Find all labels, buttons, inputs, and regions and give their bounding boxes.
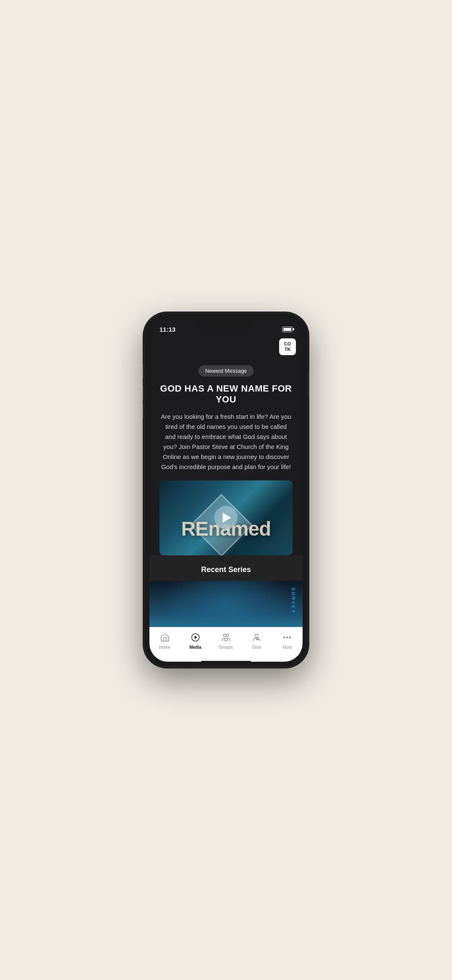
svg-marker-1: [195, 636, 197, 639]
series-thumbnail[interactable]: SURVEY STORMS: [149, 581, 303, 627]
groups-icon: [220, 632, 232, 643]
nav-label-groups: Groups: [219, 645, 233, 650]
nav-item-home[interactable]: Home: [149, 632, 180, 650]
nav-label-more: More: [282, 645, 292, 650]
app-header: COTK: [149, 337, 303, 358]
svg-point-2: [223, 634, 226, 637]
svg-point-4: [255, 634, 258, 637]
nav-label-media: Media: [190, 645, 201, 650]
message-description: Are you looking for a fresh start in lif…: [159, 412, 293, 472]
play-triangle-icon: [223, 513, 231, 523]
svg-point-5: [284, 637, 285, 638]
more-icon: [281, 632, 293, 643]
bottom-nav: Home Media: [149, 627, 303, 662]
nav-item-more[interactable]: More: [272, 632, 303, 650]
main-content: Newest Message GOD HAS A NEW NAME FOR YO…: [149, 358, 303, 555]
recent-series-title: Recent Series: [149, 565, 303, 574]
scroll-content[interactable]: Newest Message GOD HAS A NEW NAME FOR YO…: [149, 358, 303, 627]
series-thumbnail-bg: [149, 581, 303, 627]
nav-label-give: Give: [252, 645, 261, 650]
nav-item-groups[interactable]: Groups: [211, 632, 241, 650]
notch: [199, 318, 253, 331]
nav-label-home: Home: [159, 645, 170, 650]
svg-point-3: [226, 634, 229, 637]
series-label: SURVEY: [291, 588, 296, 614]
logo-badge[interactable]: COTK: [279, 338, 296, 355]
phone-screen: 11:13 COTK Newest Message GOD HA: [149, 318, 303, 662]
logo-text: COTK: [284, 341, 291, 352]
status-time: 11:13: [159, 326, 175, 333]
nav-item-media[interactable]: Media: [180, 632, 211, 650]
svg-point-7: [290, 637, 291, 638]
give-icon: [251, 632, 262, 643]
newest-badge-container: Newest Message: [159, 365, 293, 377]
home-icon: [159, 632, 171, 643]
battery-fill: [283, 328, 291, 331]
nav-item-give[interactable]: Give: [241, 632, 272, 650]
svg-point-6: [287, 637, 288, 638]
message-title: GOD HAS A NEW NAME FOR YOU: [159, 383, 293, 405]
recent-series-section: Recent Series SURVEY STORMS: [149, 555, 303, 627]
status-icons: [282, 327, 293, 332]
video-background: REnamed: [159, 480, 293, 555]
video-thumbnail[interactable]: REnamed: [159, 480, 293, 555]
media-icon: [190, 632, 201, 643]
battery-icon: [282, 327, 293, 332]
home-bar: [201, 661, 251, 662]
phone-frame: 11:13 COTK Newest Message GOD HA: [144, 313, 308, 667]
newest-badge: Newest Message: [198, 365, 254, 377]
